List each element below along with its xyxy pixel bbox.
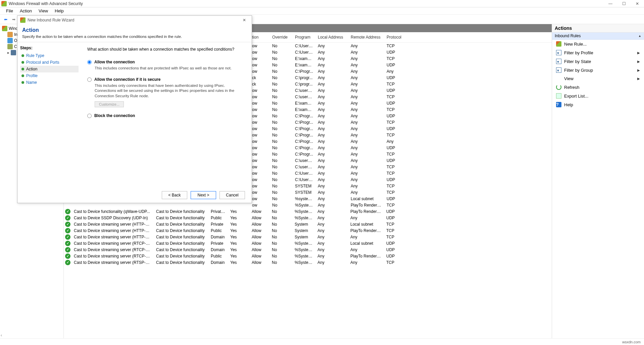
action-filter-profile[interactable]: Filter by Profile▶ bbox=[552, 48, 644, 57]
cancel-button[interactable]: Cancel bbox=[219, 191, 245, 199]
check-icon: ✓ bbox=[65, 222, 70, 227]
help-label: Help bbox=[564, 102, 573, 107]
option-block-row[interactable]: Block the connection bbox=[87, 113, 246, 118]
menu-view[interactable]: View bbox=[35, 8, 51, 13]
option-block: Block the connection bbox=[87, 113, 246, 118]
col-override[interactable]: Override bbox=[270, 34, 293, 41]
title-bar: Windows Firewall with Advanced Security … bbox=[0, 0, 644, 7]
bullet-icon bbox=[21, 81, 24, 84]
action-new-rule[interactable]: New Rule... bbox=[552, 40, 644, 48]
table-row[interactable]: ✓Cast to Device streaming server (HTTP-S… bbox=[64, 221, 552, 227]
steps-label: Steps: bbox=[20, 46, 79, 50]
option-allow-secure-row[interactable]: Allow the connection if it is secure bbox=[87, 77, 246, 82]
filter-icon bbox=[556, 50, 561, 55]
option-allow-secure-title: Allow the connection if it is secure bbox=[94, 77, 160, 82]
actions-section[interactable]: Inbound Rules ▲ bbox=[552, 33, 644, 40]
dialog-subheading: Specify the action to be taken when a co… bbox=[22, 35, 247, 39]
table-row[interactable]: ✓Cast to Device streaming server (RTCP-S… bbox=[64, 246, 552, 253]
close-button[interactable]: ✕ bbox=[631, 0, 644, 7]
minimize-button[interactable]: — bbox=[604, 0, 617, 7]
option-allow-secure-desc: This includes only connections that have… bbox=[95, 83, 242, 99]
table-row[interactable]: ✓Cast to Device streaming server (RTCP-S… bbox=[64, 240, 552, 246]
nav-forward-icon[interactable]: ➡ bbox=[10, 16, 17, 23]
col-program[interactable]: Program bbox=[293, 34, 316, 41]
chevron-right-icon: ▶ bbox=[637, 60, 640, 63]
step-action[interactable]: Action bbox=[20, 66, 79, 72]
action-filter-state[interactable]: Filter by State▶ bbox=[552, 57, 644, 66]
dialog-content: What action should be taken when a conne… bbox=[81, 42, 252, 187]
table-row[interactable]: ✓Cast to Device streaming server (HTTP-S… bbox=[64, 234, 552, 240]
step-label: Name bbox=[26, 80, 37, 85]
check-icon: ✓ bbox=[65, 234, 70, 240]
action-filter-group[interactable]: Filter by Group▶ bbox=[552, 66, 644, 74]
step-label: Profile bbox=[26, 73, 38, 78]
action-view[interactable]: View▶ bbox=[552, 74, 644, 83]
option-allow-row[interactable]: Allow the connection bbox=[87, 60, 246, 64]
customize-button: Customize... bbox=[95, 101, 124, 107]
option-allow: Allow the connection This includes conne… bbox=[87, 60, 246, 71]
actions-title: Actions bbox=[552, 24, 644, 33]
monitor-icon bbox=[11, 50, 16, 55]
col-action[interactable]: tion bbox=[250, 34, 270, 41]
option-allow-desc: This includes connections that are prote… bbox=[95, 66, 242, 71]
action-refresh[interactable]: Refresh bbox=[552, 83, 644, 92]
option-allow-title: Allow the connection bbox=[94, 60, 135, 64]
step-label: Rule Type bbox=[26, 53, 44, 58]
dialog-header: Action Specify the action to be taken wh… bbox=[17, 24, 252, 42]
collapse-icon[interactable]: ▲ bbox=[638, 34, 641, 38]
help-icon: ? bbox=[556, 102, 561, 107]
action-export[interactable]: Export List... bbox=[552, 92, 644, 100]
table-row[interactable]: ✓Cast to Device functionality (qWave-UDP… bbox=[64, 208, 552, 215]
step-protocol[interactable]: Protocol and Ports bbox=[20, 59, 79, 66]
wizard-steps: Steps: Rule Type Protocol and Ports Acti… bbox=[17, 42, 81, 187]
step-profile[interactable]: Profile bbox=[20, 72, 79, 79]
table-row[interactable]: ✓Cast to Device streaming server (RTSP-S… bbox=[64, 259, 552, 266]
table-row[interactable]: ✓Cast to Device SSDP Discovery (UDP-In)C… bbox=[64, 215, 552, 221]
chevron-right-icon: ▶ bbox=[637, 51, 640, 55]
new-rule-label: New Rule... bbox=[564, 42, 587, 47]
dialog-heading: Action bbox=[22, 27, 247, 33]
radio-block[interactable] bbox=[87, 114, 92, 118]
rules-icon bbox=[7, 38, 13, 43]
firewall-icon bbox=[2, 26, 7, 31]
action-help[interactable]: ?Help bbox=[552, 100, 644, 109]
step-name[interactable]: Name bbox=[20, 79, 79, 86]
step-label: Action bbox=[26, 67, 37, 71]
refresh-icon bbox=[556, 84, 561, 90]
actions-section-label: Inbound Rules bbox=[555, 34, 581, 38]
col-local-address[interactable]: Local Address bbox=[316, 34, 349, 41]
bullet-icon bbox=[21, 61, 24, 64]
table-row[interactable]: ✓Cast to Device streaming server (RTCP-S… bbox=[64, 253, 552, 259]
step-rule-type[interactable]: Rule Type bbox=[20, 52, 79, 59]
col-remote-address[interactable]: Remote Address bbox=[349, 34, 385, 41]
dialog-close-button[interactable]: ✕ bbox=[240, 18, 249, 22]
radio-allow[interactable] bbox=[87, 60, 92, 64]
expand-icon[interactable]: ▸ bbox=[7, 50, 9, 55]
table-row[interactable]: ✓Cast to Device streaming server (HTTP-S… bbox=[64, 227, 552, 234]
export-label: Export List... bbox=[564, 94, 588, 99]
bullet-icon bbox=[21, 68, 24, 70]
footer: wsxdn.com bbox=[0, 338, 644, 345]
next-button[interactable]: Next > bbox=[191, 191, 216, 199]
menu-file[interactable]: File bbox=[3, 8, 16, 13]
menu-action[interactable]: Action bbox=[16, 8, 35, 13]
window-title: Windows Firewall with Advanced Security bbox=[9, 1, 604, 6]
maximize-button[interactable]: ☐ bbox=[617, 0, 631, 7]
dialog-question: What action should be taken when a conne… bbox=[87, 47, 246, 52]
menu-help[interactable]: Help bbox=[51, 8, 67, 13]
actions-pane: Actions Inbound Rules ▲ New Rule... Filt… bbox=[552, 24, 644, 338]
filter-group-label: Filter by Group bbox=[564, 68, 593, 73]
dialog-buttons: < Back Next > Cancel bbox=[17, 187, 252, 203]
col-protocol[interactable]: Protocol bbox=[385, 34, 410, 41]
scroll-left-icon[interactable]: ‹ bbox=[1, 333, 5, 338]
check-icon: ✓ bbox=[65, 260, 70, 265]
filter-profile-label: Filter by Profile bbox=[564, 50, 593, 55]
nav-back-icon[interactable]: ⬅ bbox=[2, 16, 9, 23]
tree-outbound-label: O bbox=[14, 38, 17, 43]
dialog-titlebar[interactable]: New Inbound Rule Wizard ✕ bbox=[17, 16, 252, 24]
view-label: View bbox=[564, 76, 574, 81]
chevron-right-icon: ▶ bbox=[637, 77, 640, 80]
back-button[interactable]: < Back bbox=[162, 191, 187, 199]
refresh-label: Refresh bbox=[564, 85, 580, 90]
radio-allow-secure[interactable] bbox=[87, 77, 92, 82]
